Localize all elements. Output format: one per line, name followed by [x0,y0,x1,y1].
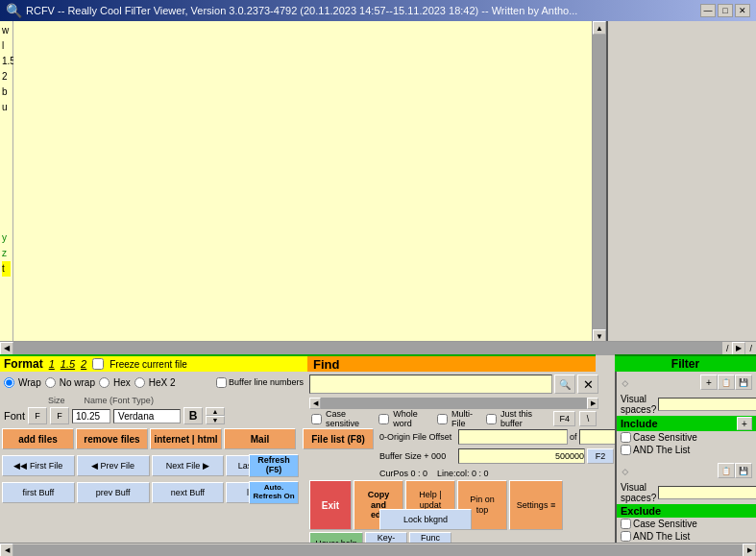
minimize-button[interactable]: — [700,4,716,17]
scroll-left-arrow[interactable]: ◀ [0,342,13,355]
title-bar: 🔍 RCFV -- Really Cool FilTer Viewer, Ver… [0,0,756,21]
close-button[interactable]: ✕ [735,4,750,17]
find-input[interactable] [309,375,552,394]
include-add-btn[interactable]: + [700,375,718,390]
include-label-bar: Include + [617,416,756,431]
font-size-display: 10.25 [72,409,110,423]
include-case-chk[interactable] [621,432,631,443]
find-bar: Find [307,354,596,372]
f2-btn[interactable]: F2 [587,448,614,464]
whole-word-chk[interactable] [378,414,389,424]
find-hscroll-row[interactable]: ◀ ▶ [307,397,600,410]
refresh-btn[interactable]: Refresh(F5) [249,454,299,477]
wrap-radio[interactable] [4,377,14,388]
exclude-and-label: AND The List [633,531,690,542]
file-list-area: File list (F8) [301,426,376,451]
prev-buf-btn[interactable]: prev Buff [77,482,150,503]
next-buf-btn[interactable]: next Buff [152,482,225,503]
next-file-btn[interactable]: Next File ▶ [152,455,225,476]
font-label: Font [4,410,25,422]
no-wrap-radio[interactable] [45,377,56,388]
just-this-chk[interactable] [486,414,497,424]
find-scroll-right[interactable]: ▶ [587,398,598,409]
include-save-btn[interactable]: 💾 [735,375,752,390]
horizontal-scrollbar[interactable]: ◀ / ▶ / [0,341,756,354]
scroll-up-arrow[interactable]: ▲ [593,21,606,35]
status-bar: ◀ ▶ [0,543,756,556]
exclude-case-chk[interactable] [621,519,631,529]
internet-html-btn[interactable]: internet | html [150,428,222,449]
scroll-right-arrow[interactable]: ▶ [732,342,745,355]
refresh-area: Refresh(F5) [247,451,301,478]
format-tab1[interactable]: 1 [49,358,55,370]
font-up-btn[interactable]: ▲ [206,407,225,416]
size-header: Size [48,396,65,405]
vertical-scrollbar[interactable]: ▲ ▼ [592,21,605,343]
first-file-btn[interactable]: ◀◀ First File [2,455,75,476]
font-row: Font F F 10.25 Verdana B ▲ ▼ [0,405,298,426]
exclude-visual-input[interactable] [658,486,756,499]
remove-files-btn[interactable]: remove files [76,428,148,449]
include-and-chk[interactable] [621,445,631,455]
origin-input[interactable] [458,429,568,445]
maximize-button[interactable]: □ [718,4,733,17]
settings-btn[interactable]: Settings ≡ [509,480,563,530]
origin-label: 0-Origin File Offset [379,432,456,442]
name-header: Name (Font Type) [85,396,154,405]
find-label: Find [313,357,339,372]
include-case-label: Case Sensitive [633,432,697,443]
find-scroll-left[interactable]: ◀ [309,398,321,409]
status-scroll-right[interactable]: ▶ [743,544,756,557]
filter-label: Filter [671,357,699,371]
multi-file-label: Multi-File [451,409,482,428]
exclude-and-row: AND The List [617,530,756,543]
font-down-btn[interactable]: ▼ [206,416,225,424]
app-icon: 🔍 [6,3,22,18]
add-files-btn[interactable]: add files [2,428,74,449]
auto-refresh-btn[interactable]: Auto.Refresh On [249,481,299,504]
exclude-copy-btn[interactable]: 📋 [718,463,735,478]
include-funnel-icon: ⬦ [621,374,630,391]
lock-bkgnd-btn[interactable]: Lock bkgnd [379,509,472,530]
include-copy-btn[interactable]: 📋 [718,375,735,390]
font-btn-2[interactable]: F [50,407,69,424]
find-input-row: 🔍 ✕ [307,372,600,397]
include-plus-btn[interactable]: + [737,417,752,430]
bold-btn[interactable]: B [183,407,203,424]
font-name-display: Verdana [113,409,181,423]
filter-bar-label: Filter [615,354,756,372]
freeze-label: Freeze current file [110,359,187,370]
bufsize-input[interactable]: 500000 [458,448,585,464]
format-tab3[interactable]: 2 [81,358,86,370]
find-search-btn[interactable]: 🔍 [554,375,575,394]
hex2-radio[interactable] [134,377,145,388]
exit-btn[interactable]: Exit [309,480,352,530]
buf-line-chk[interactable] [216,377,227,388]
file-list-btn[interactable]: File list (F8) [303,428,374,449]
freeze-checkbox[interactable] [92,358,104,370]
hex-radio[interactable] [99,377,110,388]
title-text: RCFV -- Really Cool FilTer Viewer, Versi… [26,5,700,16]
backslash-btn[interactable]: \ [579,411,597,426]
multi-file-chk[interactable] [437,414,448,424]
mail-btn[interactable]: Mail [224,428,296,449]
font-btn-1[interactable]: F [28,407,47,424]
include-right-icons: + 📋 💾 [632,375,752,390]
exclude-and-chk[interactable] [621,531,631,542]
prev-file-btn[interactable]: ◀ Prev File [77,455,150,476]
find-x-btn[interactable]: ✕ [577,375,598,394]
sidebar-item-l: l [2,38,11,54]
no-wrap-label: No wrap [60,377,95,388]
status-scroll-track [13,544,743,556]
status-scroll-left[interactable]: ◀ [0,544,13,557]
include-visual-input[interactable] [658,398,756,411]
f4-btn[interactable]: F4 [553,411,575,426]
buf-line-label: Buffer line numbers [229,377,304,387]
include-and-row: AND The List [617,444,756,456]
case-sensitive-chk[interactable] [311,414,322,424]
exclude-save-btn[interactable]: 💾 [735,463,752,478]
first-buf-btn[interactable]: first Buff [2,482,75,503]
format-tab2[interactable]: 1.5 [61,358,75,370]
left-sidebar: w l 1.5 2 b u y z t [0,21,13,343]
find-scroll-track [321,398,587,409]
